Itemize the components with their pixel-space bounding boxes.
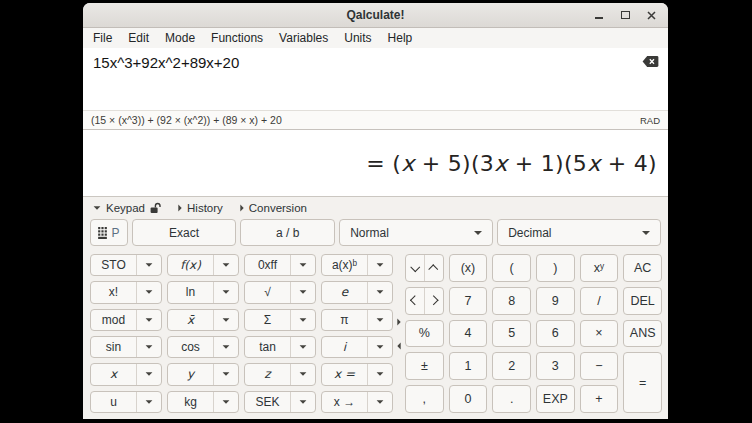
key-pi-label[interactable]: π <box>322 310 368 330</box>
key-convert-label[interactable]: x → <box>322 392 368 412</box>
key-imaginary-label[interactable]: i <box>322 337 368 357</box>
key-percent[interactable]: % <box>405 320 444 348</box>
key-comma[interactable]: , <box>405 385 444 413</box>
key-minus[interactable]: − <box>580 352 619 380</box>
menu-variables[interactable]: Variables <box>271 28 336 48</box>
key-smart-parentheses[interactable]: (x) <box>449 254 488 282</box>
key-sum-dropdown[interactable] <box>291 310 315 330</box>
key-imaginary[interactable]: i <box>321 336 393 358</box>
minimize-button[interactable] <box>590 6 608 24</box>
key-unit-kg-label[interactable]: kg <box>168 392 214 412</box>
key-e-label[interactable]: e <box>322 282 368 302</box>
key-solve-dropdown[interactable] <box>368 364 392 384</box>
key-ln[interactable]: ln <box>167 281 239 303</box>
key-1[interactable]: 1 <box>449 352 488 380</box>
key-mod-label[interactable]: mod <box>91 310 137 330</box>
key-unit-sek-label[interactable]: SEK <box>245 392 291 412</box>
unlock-icon[interactable] <box>150 202 161 214</box>
key-var-z[interactable]: z <box>244 363 316 385</box>
tab-keypad[interactable]: Keypad <box>93 202 161 214</box>
chevron-down-button[interactable] <box>406 255 425 281</box>
key-8[interactable]: 8 <box>492 287 531 315</box>
pane-expand-left-handle[interactable] <box>397 342 400 349</box>
key-function[interactable]: f(x) <box>167 254 239 276</box>
key-3[interactable]: 3 <box>536 352 575 380</box>
key-function-label[interactable]: f(x) <box>168 255 214 275</box>
title-bar[interactable]: Qalculate! <box>83 3 668 28</box>
key-unit-u[interactable]: u <box>90 391 162 413</box>
close-button[interactable] <box>642 6 660 24</box>
key-5[interactable]: 5 <box>492 320 531 348</box>
key-hex-dropdown[interactable] <box>291 255 315 275</box>
key-sqrt-label[interactable]: √ <box>245 282 291 302</box>
key-store-label[interactable]: STO <box>91 255 137 275</box>
key-plus-minus[interactable]: ± <box>405 352 444 380</box>
key-mean-dropdown[interactable] <box>214 310 238 330</box>
key-exponent[interactable]: EXP <box>536 385 575 413</box>
key-7[interactable]: 7 <box>449 287 488 315</box>
key-var-x-dropdown[interactable] <box>137 364 161 384</box>
key-solve[interactable]: x = <box>321 363 393 385</box>
key-sin-dropdown[interactable] <box>137 337 161 357</box>
nav-left-right[interactable] <box>405 287 444 315</box>
key-clear-all[interactable]: AC <box>623 254 662 282</box>
key-convert-dropdown[interactable] <box>368 392 392 412</box>
tab-history[interactable]: History <box>178 202 223 214</box>
pane-expand-right-handle[interactable] <box>397 318 400 325</box>
key-6[interactable]: 6 <box>536 320 575 348</box>
key-hex-label[interactable]: 0xff <box>245 255 291 275</box>
key-var-y[interactable]: y <box>167 363 239 385</box>
key-left-paren[interactable]: ( <box>492 254 531 282</box>
tab-conversion[interactable]: Conversion <box>240 202 307 214</box>
key-factorial-label[interactable]: x! <box>91 282 137 302</box>
key-equals[interactable]: = <box>623 352 662 413</box>
display-mode-dropdown[interactable]: Normal <box>339 219 493 246</box>
key-sin[interactable]: sin <box>90 336 162 358</box>
key-2[interactable]: 2 <box>492 352 531 380</box>
key-factorial-dropdown[interactable] <box>137 282 161 302</box>
maximize-button[interactable] <box>616 6 634 24</box>
key-unit-u-dropdown[interactable] <box>137 392 161 412</box>
key-apply-function[interactable]: a(x)ᵇ <box>321 254 393 276</box>
key-function-dropdown[interactable] <box>214 255 238 275</box>
menu-mode[interactable]: Mode <box>157 28 203 48</box>
key-unit-u-label[interactable]: u <box>91 392 137 412</box>
key-apply-function-dropdown[interactable] <box>368 255 392 275</box>
key-power[interactable]: xʸ <box>580 254 619 282</box>
key-divide[interactable]: / <box>580 287 619 315</box>
chevron-left-button[interactable] <box>406 288 425 314</box>
key-tan[interactable]: tan <box>244 336 316 358</box>
keypad-mode-button[interactable]: P <box>90 219 128 246</box>
menu-functions[interactable]: Functions <box>203 28 271 48</box>
key-var-z-dropdown[interactable] <box>291 364 315 384</box>
key-e[interactable]: e <box>321 281 393 303</box>
key-tan-dropdown[interactable] <box>291 337 315 357</box>
key-var-y-dropdown[interactable] <box>214 364 238 384</box>
key-unit-kg[interactable]: kg <box>167 391 239 413</box>
chevron-right-button[interactable] <box>425 288 443 314</box>
key-e-dropdown[interactable] <box>368 282 392 302</box>
fraction-toggle-button[interactable]: a / b <box>240 219 335 246</box>
key-cos-label[interactable]: cos <box>168 337 214 357</box>
key-var-x-label[interactable]: x <box>91 364 137 384</box>
nav-up-down[interactable] <box>405 254 444 282</box>
key-sum-label[interactable]: Σ <box>245 310 291 330</box>
key-mean[interactable]: x̄ <box>167 309 239 331</box>
key-hex[interactable]: 0xff <box>244 254 316 276</box>
key-store-dropdown[interactable] <box>137 255 161 275</box>
key-0[interactable]: 0 <box>449 385 488 413</box>
key-sqrt[interactable]: √ <box>244 281 316 303</box>
key-4[interactable]: 4 <box>449 320 488 348</box>
exact-toggle-button[interactable]: Exact <box>132 219 236 246</box>
key-tan-label[interactable]: tan <box>245 337 291 357</box>
key-factorial[interactable]: x! <box>90 281 162 303</box>
menu-help[interactable]: Help <box>380 28 421 48</box>
key-plus[interactable]: + <box>580 385 619 413</box>
key-mod-dropdown[interactable] <box>137 310 161 330</box>
key-sum[interactable]: Σ <box>244 309 316 331</box>
key-mean-label[interactable]: x̄ <box>168 310 214 330</box>
menu-edit[interactable]: Edit <box>120 28 157 48</box>
key-apply-function-label[interactable]: a(x)ᵇ <box>322 255 368 275</box>
key-mod[interactable]: mod <box>90 309 162 331</box>
key-pi-dropdown[interactable] <box>368 310 392 330</box>
